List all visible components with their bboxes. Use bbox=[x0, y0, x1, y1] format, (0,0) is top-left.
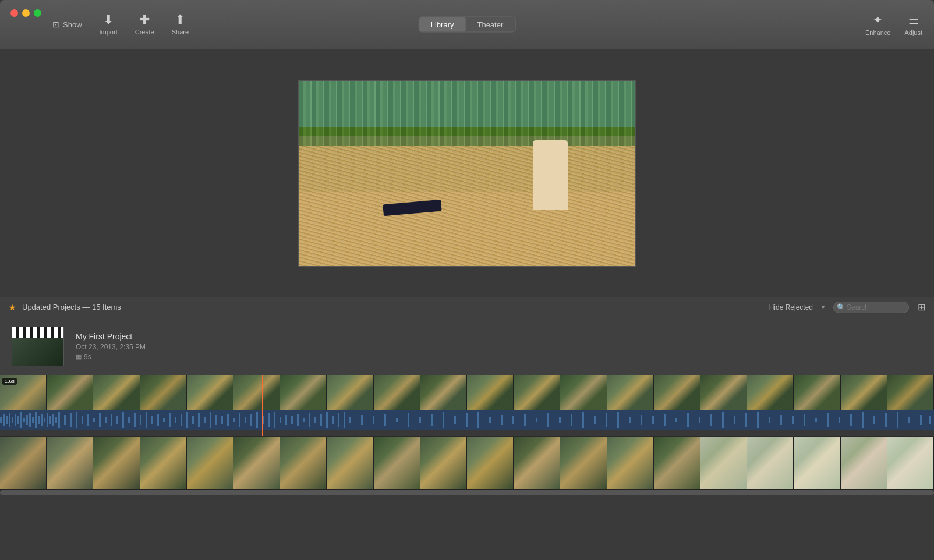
frame-12 bbox=[514, 375, 560, 410]
grid-view-icon[interactable]: ⊞ bbox=[918, 302, 925, 313]
frame-19 bbox=[841, 375, 887, 410]
svg-rect-95 bbox=[629, 417, 631, 423]
minimize-button[interactable] bbox=[22, 9, 30, 17]
svg-rect-82 bbox=[477, 412, 479, 428]
svg-rect-3 bbox=[6, 416, 8, 424]
svg-rect-106 bbox=[757, 412, 759, 428]
svg-rect-118 bbox=[897, 412, 898, 428]
show-button[interactable]: ⊡ Show bbox=[52, 20, 82, 29]
adjust-button[interactable]: ⚌ Adjust bbox=[904, 13, 922, 36]
svg-rect-26 bbox=[87, 414, 89, 426]
frame-20 bbox=[887, 375, 934, 410]
video-preview bbox=[298, 80, 636, 267]
frame-2 bbox=[47, 375, 93, 410]
projects-title: Updated Projects — 15 Items bbox=[22, 303, 121, 311]
svg-rect-100 bbox=[687, 413, 689, 427]
timeline[interactable]: 1.6s bbox=[0, 375, 934, 437]
create-icon: ✚ bbox=[139, 13, 150, 26]
traffic-lights bbox=[10, 9, 41, 17]
svg-rect-80 bbox=[454, 416, 456, 424]
clip-3 bbox=[93, 437, 140, 489]
svg-rect-61 bbox=[291, 416, 293, 424]
project-thumbnail bbox=[12, 327, 64, 366]
svg-rect-87 bbox=[536, 418, 537, 422]
enhance-button[interactable]: ✦ Enhance bbox=[865, 13, 890, 36]
project-name: My First Project bbox=[76, 332, 146, 341]
svg-rect-117 bbox=[885, 413, 887, 427]
svg-rect-2 bbox=[3, 414, 5, 426]
svg-rect-102 bbox=[710, 414, 712, 426]
svg-rect-76 bbox=[408, 413, 409, 427]
scroll-thumb[interactable] bbox=[0, 490, 934, 495]
svg-rect-5 bbox=[12, 417, 13, 423]
svg-rect-104 bbox=[734, 416, 735, 424]
svg-rect-50 bbox=[227, 414, 229, 426]
svg-rect-115 bbox=[862, 412, 864, 428]
svg-rect-39 bbox=[163, 418, 165, 422]
svg-rect-31 bbox=[116, 416, 118, 424]
svg-rect-34 bbox=[134, 413, 136, 427]
import-button[interactable]: ⬇ Import bbox=[100, 13, 118, 36]
svg-rect-44 bbox=[192, 416, 194, 424]
svg-rect-81 bbox=[466, 413, 468, 427]
svg-rect-105 bbox=[745, 413, 747, 427]
svg-rect-109 bbox=[792, 416, 794, 424]
clip-10 bbox=[420, 437, 467, 489]
svg-rect-120 bbox=[920, 415, 922, 425]
frame-8 bbox=[327, 375, 373, 410]
thumbnail-bg bbox=[12, 338, 63, 366]
svg-rect-28 bbox=[99, 413, 101, 427]
svg-rect-83 bbox=[489, 417, 491, 423]
import-label: Import bbox=[100, 29, 118, 36]
hide-rejected-button[interactable]: Hide Rejected bbox=[769, 303, 813, 311]
close-button[interactable] bbox=[10, 9, 18, 17]
video-scene bbox=[299, 81, 635, 266]
clip-14 bbox=[607, 437, 654, 489]
svg-rect-40 bbox=[169, 413, 171, 427]
svg-rect-121 bbox=[929, 416, 931, 424]
clip-5 bbox=[187, 437, 234, 489]
playhead[interactable] bbox=[262, 375, 263, 436]
svg-rect-96 bbox=[641, 415, 642, 425]
svg-rect-48 bbox=[215, 415, 217, 425]
frame-10 bbox=[420, 375, 467, 410]
frame-5 bbox=[187, 375, 234, 410]
svg-rect-20 bbox=[55, 417, 57, 423]
svg-rect-55 bbox=[256, 412, 258, 428]
create-button[interactable]: ✚ Create bbox=[135, 13, 154, 36]
waveform bbox=[0, 410, 934, 430]
clip-6 bbox=[234, 437, 280, 489]
fullscreen-button[interactable] bbox=[34, 9, 41, 17]
svg-rect-93 bbox=[606, 413, 607, 427]
svg-rect-18 bbox=[49, 416, 51, 424]
bottom-bar: ★ Updated Projects — 15 Items Hide Rejec… bbox=[0, 297, 934, 317]
svg-rect-107 bbox=[769, 417, 770, 423]
svg-rect-67 bbox=[326, 412, 328, 428]
svg-rect-62 bbox=[297, 414, 299, 426]
svg-rect-8 bbox=[20, 412, 22, 428]
svg-rect-21 bbox=[58, 412, 60, 428]
clip-8 bbox=[327, 437, 373, 489]
library-tab[interactable]: Library bbox=[419, 17, 466, 32]
svg-rect-49 bbox=[221, 416, 223, 424]
clip-19 bbox=[841, 437, 887, 489]
share-button[interactable]: ⬆ Share bbox=[172, 13, 189, 36]
scrollbar[interactable] bbox=[0, 489, 934, 495]
svg-rect-98 bbox=[664, 414, 666, 426]
clip-20 bbox=[887, 437, 934, 489]
duration-value: 9s bbox=[84, 353, 91, 361]
svg-rect-13 bbox=[35, 412, 37, 428]
clip-12 bbox=[514, 437, 560, 489]
titlebar: ⊡ Show ⬇ Import ✚ Create ⬆ Share Library… bbox=[0, 0, 934, 49]
clip-7 bbox=[280, 437, 327, 489]
svg-rect-111 bbox=[815, 418, 817, 422]
theater-tab[interactable]: Theater bbox=[465, 17, 515, 32]
svg-rect-103 bbox=[722, 412, 724, 428]
svg-rect-65 bbox=[314, 417, 316, 423]
view-mode-control: Library Theater bbox=[419, 17, 516, 33]
svg-rect-60 bbox=[285, 415, 287, 425]
search-wrapper: 🔍 bbox=[833, 302, 909, 313]
svg-rect-29 bbox=[105, 417, 107, 423]
svg-rect-119 bbox=[908, 417, 910, 423]
svg-rect-113 bbox=[839, 417, 840, 423]
